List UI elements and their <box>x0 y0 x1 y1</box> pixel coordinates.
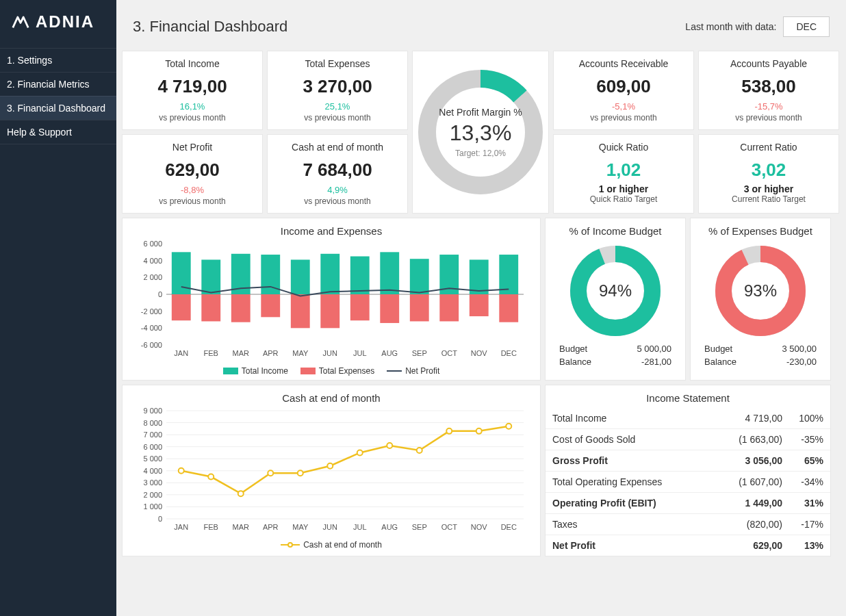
svg-text:-2 000: -2 000 <box>141 307 162 316</box>
card-change: 25,1% <box>276 101 399 112</box>
legend-item: Cash at end of month <box>281 540 382 550</box>
svg-text:MAY: MAY <box>292 349 309 357</box>
balance-value: -281,00 <box>641 357 671 367</box>
sidebar-item-0[interactable]: 1. Settings <box>0 48 116 72</box>
main-content: 3. Financial Dashboard Last month with d… <box>116 0 846 616</box>
brand-name: ADNIA <box>36 12 94 31</box>
gauge-label: Net Profit Margin % <box>439 107 522 118</box>
donut-title: % of Expenses Budget <box>702 225 819 237</box>
chart-title: Income and Expenses <box>133 225 529 237</box>
sidebar: ADNIA 1. Settings2. Financial Metrics3. … <box>0 0 116 616</box>
card-change: 16,1% <box>131 101 254 112</box>
svg-text:NOV: NOV <box>471 523 488 531</box>
statement-title: Income Statement <box>546 388 830 408</box>
month-filter-label: Last month with data: <box>685 21 776 32</box>
svg-text:AUG: AUG <box>381 523 398 531</box>
card-value: 7 684,00 <box>276 159 399 181</box>
svg-point-72 <box>208 474 214 480</box>
stmt-label: Total Operating Expenses <box>552 476 721 487</box>
statement-row: Gross Profit3 056,0065% <box>546 450 830 472</box>
card-value: 629,00 <box>131 159 254 181</box>
svg-text:-4 000: -4 000 <box>141 324 162 332</box>
donut-title: % of Income Budget <box>556 225 674 237</box>
svg-point-80 <box>446 428 452 434</box>
svg-text:FEB: FEB <box>204 523 218 531</box>
card-title: Net Profit <box>131 142 254 153</box>
ratio-target: 3 or higher <box>707 183 830 194</box>
topbar: 3. Financial Dashboard Last month with d… <box>122 0 841 51</box>
svg-text:SEP: SEP <box>412 523 427 531</box>
chart-cash-end-month: Cash at end of month 01 0002 0003 0004 0… <box>122 385 541 556</box>
svg-point-75 <box>298 470 303 476</box>
statement-row: Cost of Goods Sold(1 663,00)-35% <box>546 429 830 450</box>
budget-value: 3 500,00 <box>782 344 817 354</box>
stmt-amount: 1 449,00 <box>721 498 782 509</box>
svg-text:JAN: JAN <box>174 523 188 531</box>
donut-expenses-budget: % of Expenses Budget 93% Budget3 500,00 … <box>690 218 831 381</box>
stmt-amount: (1 607,00) <box>721 476 782 487</box>
stmt-amount: 629,00 <box>721 540 782 551</box>
cash-chart-svg: 01 0002 0003 0004 0005 0006 0007 0008 00… <box>133 407 530 537</box>
svg-text:AUG: AUG <box>381 349 398 357</box>
svg-rect-18 <box>410 259 429 294</box>
svg-point-76 <box>327 463 333 469</box>
stmt-pct: 31% <box>782 498 823 509</box>
ratio-value: 1,02 <box>562 159 685 181</box>
svg-text:OCT: OCT <box>441 349 458 357</box>
svg-text:3 000: 3 000 <box>143 478 162 487</box>
statement-row: Total Operating Expenses(1 607,00)-34% <box>546 472 830 493</box>
gauge-net-profit-margin: Net Profit Margin % 13,3% Target: 12,0% <box>412 51 549 214</box>
svg-text:APR: APR <box>263 349 279 357</box>
svg-point-77 <box>357 450 363 455</box>
svg-point-71 <box>179 468 184 474</box>
month-select[interactable]: DEC <box>783 16 830 37</box>
card-total-expenses: Total Expenses 3 270,00 25,1% vs previou… <box>267 51 408 130</box>
card-value: 4 719,00 <box>131 76 254 97</box>
svg-text:APR: APR <box>263 523 279 531</box>
budget-value: 5 000,00 <box>637 344 671 354</box>
statement-row: Net Profit629,0013% <box>546 535 830 556</box>
svg-text:JUN: JUN <box>323 349 337 357</box>
balance-label: Balance <box>559 357 591 367</box>
stmt-label: Taxes <box>552 519 721 530</box>
svg-text:MAR: MAR <box>233 349 250 357</box>
sidebar-nav: 1. Settings2. Financial Metrics3. Financ… <box>0 48 116 144</box>
card-change: 4,9% <box>276 185 399 195</box>
sidebar-item-1[interactable]: 2. Financial Metrics <box>0 72 116 96</box>
svg-text:JUL: JUL <box>353 349 367 357</box>
sidebar-item-3[interactable]: Help & Support <box>0 120 116 144</box>
balance-value: -230,00 <box>786 357 817 367</box>
stmt-amount: (1 663,00) <box>721 434 782 445</box>
svg-rect-32 <box>470 294 489 316</box>
svg-rect-28 <box>350 294 370 320</box>
svg-rect-23 <box>201 294 220 321</box>
sidebar-item-2[interactable]: 3. Financial Dashboard <box>0 96 116 120</box>
svg-text:1 000: 1 000 <box>143 502 162 511</box>
svg-point-74 <box>268 470 273 476</box>
svg-text:6 000: 6 000 <box>143 443 162 451</box>
bottom-row: Cash at end of month 01 0002 0003 0004 0… <box>122 385 841 556</box>
chart-legend: Total IncomeTotal ExpensesNet Profit <box>133 366 529 376</box>
card-quick-ratio: Quick Ratio 1,02 1 or higher Quick Ratio… <box>553 134 694 214</box>
card-subtext: vs previous month <box>276 113 399 123</box>
svg-rect-33 <box>499 294 518 322</box>
card-change: -5,1% <box>562 101 685 112</box>
stmt-label: Gross Profit <box>552 455 721 466</box>
ratio-label: Quick Ratio Target <box>562 194 685 204</box>
app-root: ADNIA 1. Settings2. Financial Metrics3. … <box>0 0 846 616</box>
stmt-pct: -34% <box>782 476 823 487</box>
stmt-pct: 100% <box>782 413 823 424</box>
ratio-value: 3,02 <box>707 159 830 181</box>
svg-text:FEB: FEB <box>204 349 218 357</box>
stmt-pct: 13% <box>782 540 823 551</box>
card-change: -15,7% <box>707 101 830 112</box>
stmt-amount: 4 719,00 <box>721 413 782 424</box>
svg-point-79 <box>417 448 422 453</box>
svg-text:OCT: OCT <box>441 523 458 531</box>
stmt-label: Cost of Goods Sold <box>552 434 721 445</box>
statement-rows: Total Income4 719,00100%Cost of Goods So… <box>546 408 830 556</box>
svg-rect-14 <box>291 259 310 294</box>
svg-point-78 <box>387 443 392 448</box>
svg-text:5 000: 5 000 <box>143 454 162 463</box>
statement-row: Total Income4 719,00100% <box>546 408 830 429</box>
